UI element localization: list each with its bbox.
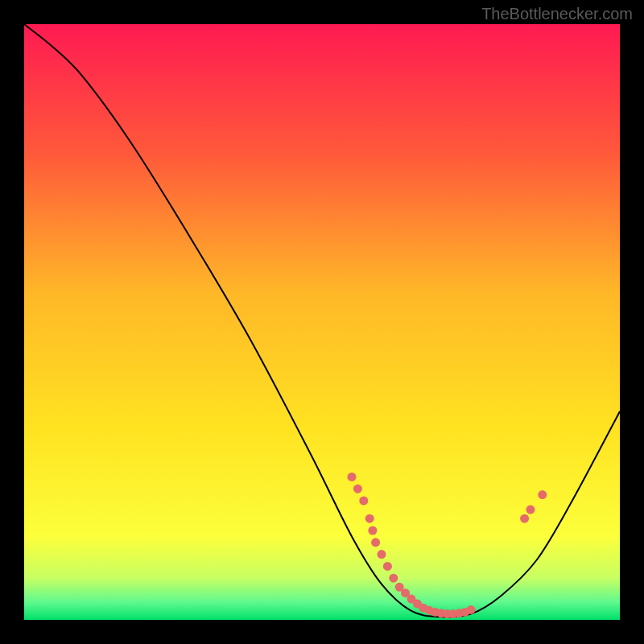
data-marker xyxy=(348,473,357,481)
data-marker xyxy=(520,514,529,523)
data-marker xyxy=(368,526,377,535)
data-marker xyxy=(359,497,368,506)
data-marker xyxy=(371,538,380,547)
data-marker xyxy=(378,550,386,559)
data-marker xyxy=(389,574,398,583)
data-marker xyxy=(353,485,362,493)
watermark-text: TheBottleneсker.com xyxy=(481,5,633,23)
data-marker xyxy=(383,562,392,571)
data-marker xyxy=(467,605,476,614)
data-marker xyxy=(526,506,535,514)
data-marker xyxy=(365,514,374,523)
bottleneck-chart xyxy=(24,24,620,620)
data-marker xyxy=(538,490,547,499)
chart-container xyxy=(24,24,620,620)
gradient-background xyxy=(24,24,620,620)
